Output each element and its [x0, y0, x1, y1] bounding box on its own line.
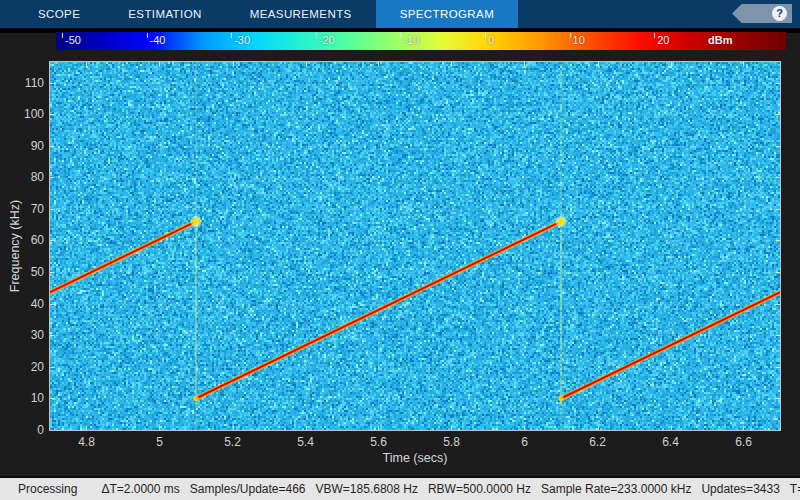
colorbar-tick [231, 33, 232, 38]
colorbar-tick [316, 33, 317, 38]
colorbar-legend: dBm -50-40-30-20-1001020 [56, 32, 786, 50]
y-tick-label: 30 [4, 328, 44, 342]
x-tick-label: 5.4 [284, 435, 328, 449]
x-tick-label: 4.8 [65, 435, 109, 449]
help-arrow-shape: ? [732, 4, 792, 23]
colorbar-tick [62, 33, 63, 38]
colorbar-tick [485, 33, 486, 38]
status-state: Processing [18, 482, 77, 496]
status-delta-t: ΔT=2.0000 ms [101, 482, 179, 496]
plot-frame [49, 61, 781, 431]
colorbar-tick [570, 33, 571, 38]
colorbar-tick-label: -40 [150, 34, 166, 46]
spectrum-analyzer-window: SCOPE ESTIMATION MEASUREMENTS SPECTROGRA… [0, 0, 800, 500]
colorbar-tick [400, 33, 401, 38]
colorbar-tick-label: -50 [65, 34, 81, 46]
tab-spectrogram[interactable]: SPECTROGRAM [376, 0, 519, 28]
colorbar-tick-label: 0 [488, 34, 494, 46]
x-tick-label: 5.8 [430, 435, 474, 449]
y-tick-label: 110 [4, 76, 44, 90]
status-updates: Updates=3433 [701, 482, 779, 496]
colorbar-tick [654, 33, 655, 38]
help-button[interactable]: ? [732, 4, 792, 23]
y-tick-label: 90 [4, 139, 44, 153]
y-tick-label: 100 [4, 107, 44, 121]
status-rbw: RBW=500.0000 Hz [428, 482, 531, 496]
status-samples-per-update: Samples/Update=466 [190, 482, 306, 496]
help-question-icon: ? [772, 6, 787, 21]
colorbar-tick-label: -10 [403, 34, 419, 46]
y-tick-label: 80 [4, 170, 44, 184]
colorbar-tick [147, 33, 148, 38]
y-axis-label: Frequency (kHz) [8, 200, 22, 292]
tab-estimation[interactable]: ESTIMATION [104, 0, 225, 28]
y-tick-label: 20 [4, 360, 44, 374]
x-tick-label: 6.4 [649, 435, 693, 449]
x-tick-label: 5.2 [211, 435, 255, 449]
y-tick-label: 0 [4, 423, 44, 437]
status-bar: Processing ΔT=2.0000 ms Samples/Update=4… [0, 476, 800, 500]
x-tick-label: 5 [138, 435, 182, 449]
status-sample-rate: Sample Rate=233.0000 kHz [541, 482, 691, 496]
tab-scope[interactable]: SCOPE [14, 0, 104, 28]
tab-measurements[interactable]: MEASUREMENTS [226, 0, 376, 28]
colorbar-tick-label: 20 [657, 34, 669, 46]
spectrogram-plot[interactable] [50, 62, 780, 430]
y-tick-label: 10 [4, 391, 44, 405]
status-vbw: VBW=185.6808 Hz [316, 482, 418, 496]
colorbar-tick-label: -30 [234, 34, 250, 46]
x-tick-label: 6.6 [722, 435, 766, 449]
tab-bar: SCOPE ESTIMATION MEASUREMENTS SPECTROGRA… [0, 0, 800, 28]
x-tick-label: 5.6 [357, 435, 401, 449]
colorbar-tick-label: -20 [319, 34, 335, 46]
y-tick-label: 40 [4, 297, 44, 311]
x-tick-label: 6 [503, 435, 547, 449]
x-tick-label: 6.2 [576, 435, 620, 449]
status-time: T=6.86 [790, 482, 800, 496]
colorbar-unit-label: dBm [708, 34, 732, 46]
x-axis-label: Time (secs) [383, 451, 448, 465]
colorbar-tick-label: 10 [573, 34, 585, 46]
